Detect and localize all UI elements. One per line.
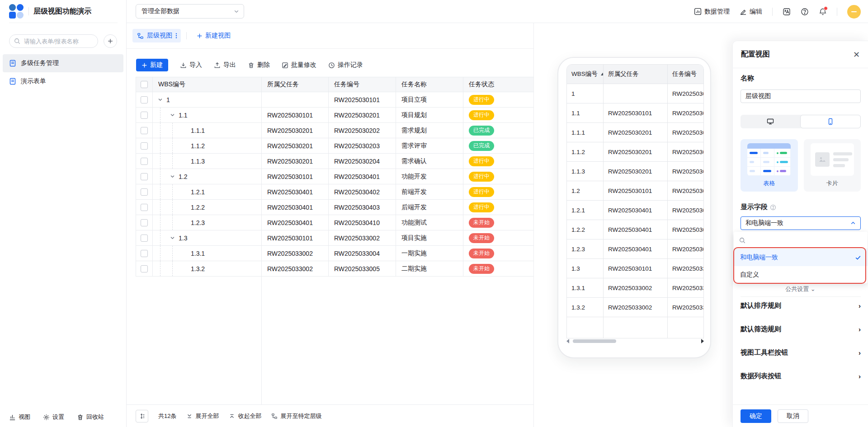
view-type-table-card[interactable]: 表格 [741, 139, 798, 192]
scope-select[interactable]: 管理全部数据 [136, 4, 244, 19]
expand-to-level-button[interactable]: 展开至特定层级 [271, 412, 321, 420]
phone-parent-cell [604, 84, 668, 103]
notifications-button[interactable] [819, 8, 827, 16]
help-button[interactable] [801, 8, 809, 16]
delete-button[interactable]: 删除 [248, 61, 270, 69]
tab-hierarchy-view[interactable]: 层级视图 [132, 29, 181, 42]
table-row[interactable]: 1.3.2 RW2025033002 RW2025033005 二期实施 未开始 [136, 261, 533, 277]
row-checkbox[interactable] [141, 142, 148, 150]
row-checkbox[interactable] [141, 158, 148, 165]
kebab-menu-icon[interactable] [175, 33, 177, 39]
row-checkbox[interactable] [141, 265, 148, 272]
mobile-toggle-button[interactable] [800, 115, 861, 128]
config-section-row[interactable]: 默认筛选规则 › [741, 322, 861, 336]
status-badge: 进行中 [469, 202, 494, 212]
import-button[interactable]: 导入 [180, 61, 202, 69]
close-icon[interactable]: ✕ [853, 51, 860, 59]
dropdown-search-box[interactable] [734, 232, 868, 249]
row-checkbox[interactable] [141, 235, 148, 242]
table-row[interactable]: 1.2.3 RW2025030401 RW2025030410 功能测试 未开始 [136, 215, 533, 230]
column-header[interactable]: 任务编号 [329, 77, 396, 92]
topbar-divider [772, 8, 773, 16]
select-all-checkbox[interactable] [141, 81, 148, 88]
batch-edit-icon [282, 62, 288, 69]
view-type-card-card[interactable]: 卡片 [804, 139, 861, 192]
row-checkbox[interactable] [141, 127, 148, 134]
phone-table-row: 1.2.1 RW2025030401 RW2025030402 [567, 201, 703, 220]
phone-parent-cell: RW2025030201 [604, 142, 668, 162]
row-checkbox[interactable] [141, 204, 148, 211]
phone-horizontal-scrollbar[interactable] [566, 338, 704, 344]
table-row[interactable]: 1.3.1 RW2025033002 RW2025033004 一期实施 未开始 [136, 246, 533, 261]
config-section-row[interactable]: 默认排序规则 › [741, 299, 861, 312]
row-expand-chevron[interactable] [158, 97, 163, 102]
row-checkbox[interactable] [141, 219, 148, 226]
data-manage-button[interactable]: 数据管理 [694, 8, 730, 16]
task-number-cell: RW2025033005 [329, 261, 396, 277]
table-row[interactable]: 1.1.2 RW2025030201 RW2025030203 需求评审 已完成 [136, 138, 533, 154]
phone-parent-cell: RW2025033002 [604, 298, 668, 317]
recycle-bin-button[interactable]: 回收站 [77, 413, 104, 421]
row-checkbox[interactable] [141, 173, 148, 180]
row-expand-chevron[interactable] [170, 174, 175, 179]
expand-all-button[interactable]: 展开全部 [186, 412, 219, 420]
collapse-all-button[interactable]: 收起全部 [229, 412, 261, 420]
config-section-row[interactable]: 数据列表按钮 › [741, 369, 861, 383]
table-row[interactable]: 1 RW2025030101 项目立项 进行中 [136, 92, 533, 108]
edit-app-button[interactable]: 编辑 [740, 8, 762, 16]
form-search-box[interactable] [9, 34, 98, 48]
row-checkbox[interactable] [141, 250, 148, 257]
sidebar-item-label: 演示表单 [21, 77, 46, 85]
dropdown-option-custom[interactable]: 自定义 [734, 266, 868, 283]
settings-button[interactable]: 设置 [43, 413, 64, 421]
view-name-input[interactable] [741, 89, 861, 103]
table-row[interactable]: 1.2.1 RW2025030401 RW2025030402 前端开发 进行中 [136, 184, 533, 200]
common-settings-toggle[interactable]: 公共设置 ⌄ [733, 285, 868, 293]
column-header[interactable]: 任务名称 [396, 77, 463, 92]
scroll-right-arrow-icon[interactable] [701, 339, 704, 343]
view-type-card-label: 卡片 [826, 179, 838, 188]
export-button[interactable]: 导出 [214, 61, 236, 69]
plus-icon [107, 38, 113, 44]
row-checkbox[interactable] [141, 188, 148, 196]
history-button[interactable]: 操作记录 [328, 61, 363, 69]
column-header[interactable]: WBS编号 [153, 77, 262, 92]
row-checkbox[interactable] [141, 96, 148, 103]
export-icon [214, 62, 221, 69]
table-row[interactable]: 1.3 RW2025030101 RW2025033002 项目实施 未开始 [136, 230, 533, 246]
row-checkbox[interactable] [141, 112, 148, 119]
row-expand-chevron[interactable] [170, 235, 175, 240]
new-view-label: 新建视图 [205, 32, 231, 40]
view-type-table-label: 表格 [763, 179, 775, 188]
config-section-row[interactable]: 视图工具栏按钮 › [741, 346, 861, 359]
display-fields-select[interactable]: 和电脑端一致 [741, 216, 861, 230]
table-row[interactable]: 1.2.2 RW2025030401 RW2025030403 后端开发 进行中 [136, 200, 533, 215]
column-header[interactable]: 任务状态 [463, 77, 533, 92]
task-name-cell: 功能测试 [396, 215, 463, 230]
confirm-button[interactable]: 确定 [741, 409, 771, 423]
new-view-button[interactable]: 新建视图 [192, 32, 231, 40]
row-expand-chevron[interactable] [170, 113, 175, 117]
table-row[interactable]: 1.1.3 RW2025030201 RW2025030204 需求确认 进行中 [136, 154, 533, 169]
search-input[interactable] [23, 38, 93, 45]
phone-task-number-cell: RW2025033005 [668, 298, 703, 317]
table-row[interactable]: 1.1 RW2025030101 RW2025030201 项目规划 进行中 [136, 108, 533, 123]
user-avatar[interactable] [847, 5, 861, 19]
scrollbar-thumb[interactable] [573, 339, 616, 343]
translate-button[interactable] [783, 8, 791, 16]
desktop-toggle-button[interactable] [741, 115, 800, 128]
sidebar-item[interactable]: 多级任务管理 [3, 54, 123, 72]
table-row[interactable]: 1.1.1 RW2025030201 RW2025030202 需求规划 已完成 [136, 123, 533, 138]
dropdown-option-same-as-desktop[interactable]: 和电脑端一致 [734, 249, 868, 266]
cancel-button[interactable]: 取消 [778, 409, 808, 423]
batch-edit-button[interactable]: 批量修改 [282, 61, 316, 69]
sidebar-item[interactable]: 演示表单 [3, 72, 123, 90]
column-header[interactable]: 所属父任务 [262, 77, 329, 92]
row-height-button[interactable] [136, 410, 148, 422]
new-record-button[interactable]: 新建 [136, 59, 168, 71]
scroll-left-arrow-icon[interactable] [566, 339, 569, 343]
views-button[interactable]: 视图 [9, 413, 30, 421]
translate-icon [783, 8, 791, 16]
add-form-button[interactable] [104, 34, 117, 48]
table-row[interactable]: 1.2 RW2025030101 RW2025030401 功能开发 进行中 [136, 169, 533, 184]
